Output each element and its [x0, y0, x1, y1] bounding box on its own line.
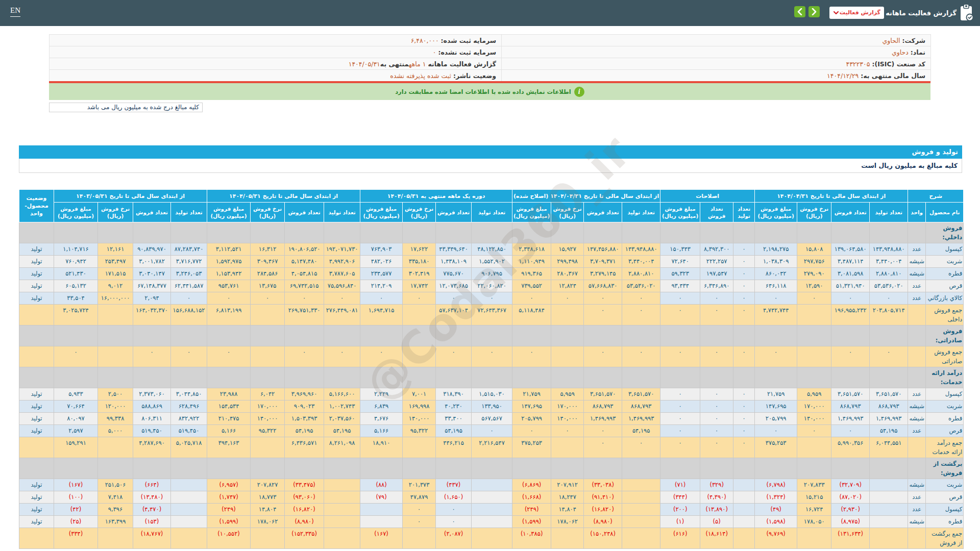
cell: ۳,۶۵۱,۵۷۰ — [584, 388, 622, 400]
cell: ۳,۹۶۹,۹۶۰ — [285, 388, 324, 400]
cell — [733, 528, 755, 549]
cell: ۰ — [403, 516, 436, 528]
cell: (۳۳,۴۷۵) — [285, 479, 324, 491]
cell: ۰ — [660, 437, 700, 458]
cell: ۱۴۷,۶۹۵ — [755, 400, 797, 413]
language-en-link[interactable]: EN — [10, 6, 20, 17]
cell: (۱۵۳) — [133, 516, 171, 528]
cell — [551, 458, 584, 479]
cell: ۱,۰۳۸,۳۰۹ — [755, 256, 797, 268]
cell: ۳۰۹,۴۶۷ — [251, 256, 285, 268]
cell: ۹۱۹,۳۶۵ — [512, 268, 551, 280]
cell: ۳,۲۷۹,۱۴۵ — [584, 268, 622, 280]
cell — [171, 516, 207, 528]
cell — [324, 504, 360, 516]
cell: ۲۷۶,۴۴۹,۰۸۱ — [324, 305, 360, 325]
report-type-dropdown[interactable]: گزارش فعالیت — [829, 7, 884, 19]
cell: عدد — [908, 425, 926, 437]
cell: ۱۴۷,۶۹۵ — [512, 400, 551, 413]
cell: شیشه — [908, 400, 926, 413]
cell: ۰ — [733, 292, 755, 305]
cell: ۹,۰۱۲ — [98, 280, 133, 292]
cell — [908, 325, 926, 346]
cell: ۰ — [755, 425, 797, 437]
cell: ۰ — [360, 346, 403, 367]
cell: قرص — [926, 491, 964, 504]
cell: ۱۷۰,۰۰۰ — [251, 400, 285, 413]
cell: ۰ — [622, 346, 660, 367]
cell — [251, 437, 285, 458]
info-row: نماد: دحاوي سرمایه ثبت نشده: ۰ — [50, 46, 931, 58]
next-report-button[interactable] — [808, 6, 820, 17]
cell: ۱۸,۷۷۳ — [251, 491, 285, 504]
cell: ۰ — [660, 292, 700, 305]
cell: ۸۰,۰۹۷ — [54, 413, 98, 425]
cell: جمع فروش صادراتی — [926, 346, 964, 367]
fiscal-year-value: ۱۴۰۴/۱۲/۲۹ — [827, 72, 859, 80]
cell: ۱,۶۹۴,۷۱۵ — [360, 305, 403, 325]
col-sub: تعداد فروش — [436, 203, 472, 222]
cell: ۸۷,۲۸۳,۷۴۰ — [171, 243, 207, 256]
cell: ۳۷۵,۲۵۳ — [755, 437, 797, 458]
cell — [324, 458, 360, 479]
cell: ۱۸,۲۴۷ — [551, 491, 584, 504]
cell — [19, 367, 54, 388]
cell: (۱,۶۶۸) — [512, 491, 551, 504]
cell: شیشه — [908, 256, 926, 268]
cell — [360, 367, 403, 388]
cell — [870, 491, 908, 504]
cell: ۷۲,۶۴۰ — [660, 256, 700, 268]
cell: ۱۷۰,۰۰۰ — [797, 400, 831, 413]
cell: ۰ — [622, 437, 660, 458]
cell: ۰ — [512, 292, 551, 305]
cell — [133, 222, 171, 243]
cell: ۲۸۰,۳۶۷ — [551, 268, 584, 280]
cell: (۳۳۴) — [54, 528, 98, 549]
cell: ۶۲,۴۴۱,۵۸۷ — [171, 280, 207, 292]
cell: ۹۹,۳۳۸ — [98, 413, 133, 425]
cell: ۸۶۸,۷۹۳ — [870, 400, 908, 413]
production-sales-table: شرحاز ابتدای سال مالی تا تاریخ ۱۴۰۴/۰۴/۳… — [19, 189, 964, 549]
cell: ۰ — [660, 346, 700, 367]
cell — [584, 222, 622, 243]
previous-report-button[interactable] — [794, 6, 805, 17]
cell: ۹,۳۹۶ — [98, 504, 133, 516]
cell: ۴,۰۵۴,۸۱۵ — [285, 268, 324, 280]
cell — [436, 458, 472, 479]
col-group-one-month: دوره یک ماهه منتهی به ۱۴۰۴/۰۵/۳۱ — [360, 190, 512, 203]
cell: ۱,۵۰۳,۳۹۳ — [285, 413, 324, 425]
cell: ۱۵۹,۲۹۱ — [54, 437, 98, 458]
cell — [700, 325, 733, 346]
cell: کالاي بازرگاني — [926, 292, 964, 305]
cell: ۰ — [831, 346, 870, 367]
cell — [660, 222, 700, 243]
cell: ۵,۹۹۰,۳۵۶ — [831, 437, 870, 458]
cell: ۰ — [324, 346, 360, 367]
cell: ۵۳,۵۳۶,۰۲۰ — [870, 280, 908, 292]
table-row: جمع فروش داخلی۲۰۳,۸۰۵,۷۱۴۱۹۶,۹۵۵,۲۳۲۴,۷۴… — [19, 305, 964, 325]
cell: ۱۴۳,۹۴۸,۸۸۰ — [870, 243, 908, 256]
cell: ۶,۳۴۶,۸۹۰ — [700, 280, 733, 292]
banner-text: اطلاعات نمایش داده شده با اطلاعات امضا ش… — [395, 88, 571, 95]
cell: ۷,۴۱۸ — [98, 491, 133, 504]
cell — [324, 516, 360, 528]
cell — [403, 325, 436, 346]
cell: ۵۴,۱۹۵ — [324, 425, 360, 437]
cell: ۰ — [755, 292, 797, 305]
table-group-header-row: شرحاز ابتدای سال مالی تا تاریخ ۱۴۰۴/۰۴/۳… — [19, 190, 964, 203]
cell: ۰ — [733, 280, 755, 292]
cell: ۱,۵۵۲,۹۰۲ — [472, 256, 512, 268]
cell: ۲,۲۲۹ — [360, 388, 403, 400]
cell — [207, 325, 251, 346]
cell: (۱۸,۷۶۷) — [133, 528, 171, 549]
cell: ۸۰۶,۳۱۱ — [133, 413, 171, 425]
cell: ۰ — [733, 346, 755, 367]
cell — [870, 516, 908, 528]
cell: (۱,۵۹۹) — [207, 516, 251, 528]
cell: ۰ — [512, 346, 551, 367]
cell: ۹۳,۴۳۴ — [660, 280, 700, 292]
cell: عدد — [908, 280, 926, 292]
cell — [472, 367, 512, 388]
cell: ۲۰۳,۸۰۵,۷۱۴ — [870, 305, 908, 325]
cell: ۲۰۱,۳۷۳ — [403, 479, 436, 491]
